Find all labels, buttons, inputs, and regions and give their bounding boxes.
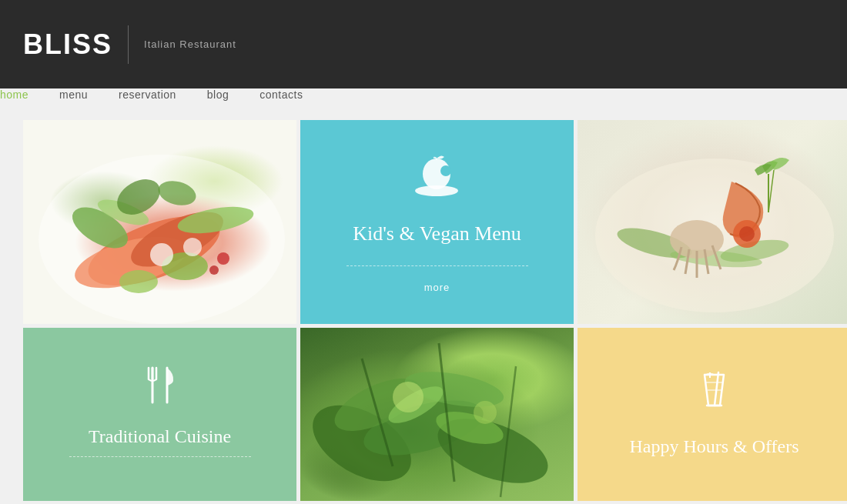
apple-icon xyxy=(412,151,462,209)
logo-title: BLISS xyxy=(23,28,112,61)
happy-hours-title: Happy Hours & Offers xyxy=(629,434,798,460)
logo-subtitle: Italian Restaurant xyxy=(144,38,236,50)
main-nav: home menu reservation blog contacts xyxy=(0,88,847,101)
main-grid: Kid's & Vegan Menu more xyxy=(0,101,847,504)
svg-point-8 xyxy=(119,270,158,293)
traditional-title: Traditional Cuisine xyxy=(89,425,231,449)
vegan-menu-title: Kid's & Vegan Menu xyxy=(353,221,521,247)
svg-point-12 xyxy=(209,265,219,275)
nav-blog[interactable]: blog xyxy=(207,88,229,101)
seafood-image xyxy=(578,120,847,324)
svg-point-43 xyxy=(474,401,497,424)
herbs-image-cell xyxy=(300,328,574,501)
svg-point-17 xyxy=(440,165,451,176)
seafood-image-cell xyxy=(578,120,847,324)
nav-contacts[interactable]: contacts xyxy=(259,88,303,101)
nav-menu[interactable]: menu xyxy=(59,88,88,101)
header: BLISS Italian Restaurant home menu reser… xyxy=(0,0,847,101)
utensils-icon xyxy=(139,364,181,413)
traditional-divider xyxy=(69,456,251,457)
svg-point-11 xyxy=(217,252,229,265)
vegan-menu-card[interactable]: Kid's & Vegan Menu more xyxy=(300,120,574,324)
svg-point-9 xyxy=(150,243,173,266)
vegan-more-link[interactable]: more xyxy=(424,282,450,293)
traditional-cuisine-card[interactable]: Traditional Cuisine xyxy=(23,328,296,501)
svg-point-24 xyxy=(739,226,755,242)
nav-home[interactable]: home xyxy=(0,88,28,101)
logo-section: BLISS Italian Restaurant xyxy=(0,0,847,88)
herbs-image xyxy=(300,328,574,501)
logo-divider xyxy=(128,25,129,64)
svg-point-42 xyxy=(393,382,424,412)
salmon-image xyxy=(23,120,296,324)
vegan-divider xyxy=(346,265,528,266)
svg-point-10 xyxy=(183,238,202,256)
nav-reservation[interactable]: reservation xyxy=(119,88,176,101)
salmon-image-cell xyxy=(23,120,296,324)
drink-icon xyxy=(693,369,735,422)
happy-hours-card[interactable]: Happy Hours & Offers xyxy=(578,328,847,501)
svg-line-44 xyxy=(715,372,718,406)
